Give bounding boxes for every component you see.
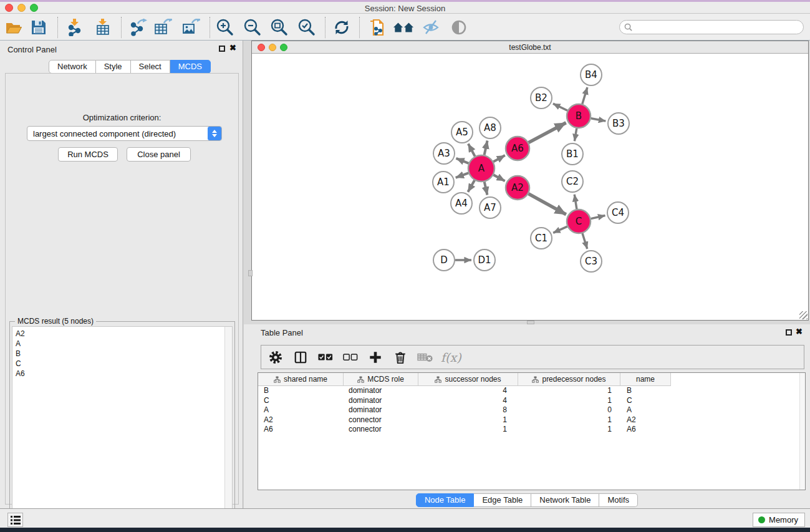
table-cell: C	[258, 396, 344, 406]
tab-network-table[interactable]: Network Table	[531, 493, 599, 507]
graph-node-label: B4	[585, 69, 597, 80]
mcds-result-item[interactable]: A	[16, 339, 232, 349]
graph-edge-C-C3[interactable]	[582, 233, 587, 249]
vertical-divider-handle[interactable]	[248, 270, 253, 276]
graph-edge-B-B2[interactable]	[553, 104, 567, 110]
mcds-result-item[interactable]: C	[16, 359, 232, 369]
network-window-titlebar[interactable]: testGlobe.txt	[252, 41, 808, 54]
import-table-button[interactable]	[92, 17, 113, 37]
tab-edge-table[interactable]: Edge Table	[474, 493, 531, 507]
column-header-name[interactable]: name	[620, 373, 671, 386]
graph-edge-A2-C[interactable]	[529, 194, 566, 215]
apply-function-button[interactable]: f(x)	[441, 351, 461, 364]
graph-edge-A6-B[interactable]	[529, 123, 566, 143]
column-header-MCDS-role[interactable]: MCDS role	[344, 373, 418, 386]
table-row[interactable]: Adominator80A	[258, 405, 805, 415]
float-panel-icon[interactable]	[219, 46, 225, 52]
zoom-fit-button[interactable]	[269, 17, 290, 37]
graph-edge-A-A8[interactable]	[485, 141, 488, 155]
graph-edge-A-A2[interactable]	[493, 175, 504, 181]
graph-node-label: C2	[566, 176, 579, 187]
show-columns-button[interactable]	[292, 349, 309, 365]
column-header-successor-nodes[interactable]: successor nodes	[418, 373, 518, 386]
graph-edge-A-A3[interactable]	[456, 158, 468, 163]
table-scrollbar[interactable]	[799, 373, 805, 490]
export-network-button[interactable]	[127, 17, 148, 37]
search-field	[619, 20, 804, 34]
deselect-all-button[interactable]	[342, 349, 359, 365]
delete-column-button[interactable]	[392, 349, 408, 365]
zoom-in-button[interactable]	[215, 17, 236, 37]
search-icon	[624, 23, 632, 31]
graph-edge-C-C1[interactable]	[553, 226, 567, 233]
import-network-button[interactable]	[64, 17, 85, 37]
toolbar-separator	[57, 17, 58, 38]
table-cell: dominator	[344, 396, 418, 406]
optimization-criterion-label: Optimization criterion:	[6, 113, 238, 122]
table-row[interactable]: Cdominator41C	[258, 396, 805, 406]
tab-mcds[interactable]: MCDS	[170, 60, 211, 74]
graph-edge-B-B3[interactable]	[591, 118, 606, 121]
float-panel-icon[interactable]	[786, 329, 792, 336]
graph-edge-A-A6[interactable]	[493, 155, 505, 162]
run-mcds-button[interactable]: Run MCDS	[58, 147, 118, 162]
delete-table-button[interactable]	[417, 349, 433, 365]
export-image-button[interactable]	[180, 17, 201, 37]
attribute-type-icon	[532, 376, 539, 383]
network-graph-canvas[interactable]: A5A8A3A1A4A7AA6A2B2B4BB3B1C2CC4C1C3DD1	[252, 54, 808, 320]
graph-node-label: B3	[612, 118, 625, 129]
mcds-result-item[interactable]: B	[16, 349, 232, 359]
zoom-selected-button[interactable]	[296, 17, 317, 37]
table-cell: A2	[620, 415, 671, 425]
column-header-predecessor-nodes[interactable]: predecessor nodes	[518, 373, 620, 386]
show-graphics-details-button[interactable]	[448, 17, 470, 37]
graph-edge-A-A5[interactable]	[468, 144, 475, 157]
close-panel-button[interactable]: Close panel	[127, 147, 191, 162]
table-cell: dominator	[344, 405, 418, 415]
hide-selected-button[interactable]	[420, 17, 441, 37]
optimization-criterion-select[interactable]: largest connected component (directed)	[27, 126, 222, 141]
close-panel-icon[interactable]: ✖	[229, 43, 236, 52]
add-column-button[interactable]	[367, 349, 383, 365]
export-table-button[interactable]	[152, 17, 173, 37]
save-session-button[interactable]	[28, 17, 49, 37]
graph-edge-A-A1[interactable]	[456, 173, 469, 177]
search-input[interactable]	[635, 22, 803, 33]
tab-style[interactable]: Style	[96, 60, 131, 74]
list-scrollbar[interactable]	[224, 327, 232, 530]
tab-select[interactable]: Select	[131, 60, 170, 74]
mcds-result-item[interactable]: A2	[16, 329, 232, 339]
task-history-button[interactable]	[7, 513, 23, 527]
graph-node-label: C1	[535, 233, 547, 244]
graph-node-label: B1	[566, 148, 579, 160]
mcds-result-item[interactable]: A6	[16, 369, 232, 379]
graph-edge-B-B4[interactable]	[582, 87, 587, 104]
memory-button[interactable]: Memory	[753, 513, 805, 527]
export-table-icon	[153, 19, 172, 36]
close-panel-icon[interactable]: ✖	[796, 327, 803, 336]
select-all-button[interactable]	[317, 349, 334, 365]
first-neighbors-button[interactable]	[393, 17, 414, 37]
open-file-button[interactable]	[3, 17, 24, 37]
graph-edge-A-A4[interactable]	[468, 180, 475, 192]
refresh-view-button[interactable]	[331, 17, 352, 37]
table-row[interactable]: Bdominator41B	[258, 386, 805, 396]
graph-edge-C-C2[interactable]	[574, 195, 577, 209]
attribute-type-icon	[274, 376, 281, 383]
table-panel-title: Table Panel	[261, 328, 303, 337]
table-row[interactable]: A2connector11A2	[258, 415, 805, 425]
tab-motifs[interactable]: Motifs	[599, 493, 638, 507]
clone-network-button[interactable]	[367, 17, 388, 37]
zoom-out-button[interactable]	[242, 17, 263, 37]
select-stepper-icon	[208, 127, 221, 140]
column-settings-button[interactable]	[268, 349, 284, 365]
graph-edge-A-A7[interactable]	[485, 181, 488, 195]
selected-criterion-value: largest connected component (directed)	[27, 129, 208, 138]
table-row[interactable]: A6connector11A6	[258, 425, 805, 435]
graph-edge-C-C4[interactable]	[591, 216, 605, 219]
window-resize-grip[interactable]	[799, 311, 808, 319]
column-header-shared-name[interactable]: shared name	[258, 373, 344, 386]
graph-edge-B-B1[interactable]	[574, 128, 576, 142]
tab-node-table[interactable]: Node Table	[416, 493, 475, 507]
tab-network[interactable]: Network	[49, 60, 96, 74]
